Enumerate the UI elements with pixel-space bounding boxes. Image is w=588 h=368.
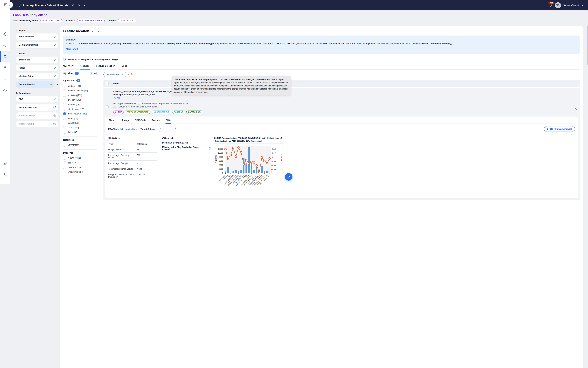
stat-label: Type <box>108 143 137 145</box>
workspace-title: Loan Applications Dataset UI tutorial <box>23 4 69 7</box>
checkbox-stability[interactable] <box>63 122 66 124</box>
sidebar-item-feature-ideation[interactable]: Feature Ideation <box>16 81 55 88</box>
sidebar-item-table-selection[interactable]: Table Selection <box>16 34 58 40</box>
prev-step-chevron-icon[interactable] <box>91 29 95 33</box>
svg-text:4000: 4000 <box>219 164 223 166</box>
filter-option-float[interactable]: FLOAT [2114] <box>63 156 97 160</box>
checkbox-attribute_change[interactable] <box>63 89 66 92</box>
gear-icon[interactable] <box>78 4 80 7</box>
detail-tab-sdk-code[interactable]: SDK Code <box>134 119 146 124</box>
sidebar-item-eda[interactable]: EDA <box>16 96 58 102</box>
svg-text:8000: 8000 <box>219 156 223 158</box>
detail-tab-lineage[interactable]: Lineage <box>120 119 130 124</box>
filter-option-label: latest_event [177] <box>68 108 85 110</box>
sidebar-item-ideation-setup[interactable]: Ideation Setup <box>16 73 58 79</box>
checkbox-recency[interactable] <box>63 117 66 120</box>
sidebar-item-filters[interactable]: Filters <box>16 65 58 71</box>
stat-row-4: Top (most common value)None <box>108 166 157 172</box>
checkbox-new[interactable] <box>63 144 66 147</box>
checkbox-object[interactable] <box>63 166 66 169</box>
filter-option-frequency[interactable]: frequency [9] <box>63 102 97 107</box>
filter-option-most_frequent[interactable]: most_frequent [242] <box>63 111 97 116</box>
filter-option-bucketing[interactable]: bucketing [233] <box>63 93 97 98</box>
detail-tab-about[interactable]: About <box>108 119 116 124</box>
copy-name-icon[interactable] <box>113 97 116 100</box>
rail-item-governance-shield-icon[interactable] <box>0 158 10 169</box>
filter-option-int[interactable]: INT [440] <box>63 160 97 165</box>
sidebar-expand-button[interactable] <box>7 2 13 8</box>
meta-pill-1[interactable]: NEW LOAN APPLICATION <box>77 19 105 22</box>
rail-item-approval-check-icon[interactable] <box>0 73 10 84</box>
detail-tab-preview[interactable]: Preview <box>151 119 161 124</box>
eda-table-link[interactable]: 50K applications <box>120 128 137 130</box>
filter-option-label: VARCHAR [320] <box>68 171 83 173</box>
semantics-head-icon <box>3 43 7 47</box>
section-title: Feature Ideation <box>63 29 89 33</box>
rail-item-semantics-head-icon[interactable] <box>0 39 10 51</box>
checkbox-float[interactable] <box>63 157 66 160</box>
checkbox-most_frequent[interactable] <box>63 112 66 115</box>
sidebar-item-transforms[interactable]: Transforms <box>16 56 58 63</box>
checkbox-latest_event[interactable] <box>63 108 66 110</box>
checkbox-int[interactable] <box>63 161 66 164</box>
rail-item-experiment-flask-icon[interactable] <box>0 62 10 73</box>
feature-row[interactable]: CLIENT_PriorApplication_PRODUCT_COMBINAT… <box>103 88 294 184</box>
sidebar-item-model-training[interactable]: Model Training <box>16 121 58 127</box>
tab-features[interactable]: Features <box>80 64 90 69</box>
checkbox-bucketing[interactable] <box>63 94 66 97</box>
sidebar-item-column-semantics[interactable]: Column Semantics <box>16 42 58 48</box>
checkbox-timing[interactable] <box>63 131 66 134</box>
eda-chart-section: CLIENT_PriorApplication_PRODUCT_COMBINAT… <box>214 137 294 184</box>
tab-feature-selection[interactable]: Feature Selection <box>96 64 116 69</box>
active-step-chevron-icon[interactable] <box>56 83 58 86</box>
tab-overview[interactable]: Overview <box>63 64 74 69</box>
help-fab-button[interactable]: ? <box>285 173 293 181</box>
feature-row-checkbox[interactable] <box>106 105 109 108</box>
checkbox-stats[interactable] <box>63 126 66 129</box>
filter-option-diversity[interactable]: diversity [642] <box>63 98 97 102</box>
more-info-link[interactable]: More Info <box>66 47 79 51</box>
feature-scope-dropdown[interactable]: All Features <box>103 72 126 77</box>
filter-option-label: attribute_change [28] <box>68 90 88 92</box>
sidebar-item-modeling-setup[interactable]: Modeling Setup <box>16 112 58 119</box>
filter-option-timing[interactable]: timing [47] <box>63 130 97 134</box>
step-status-check-icon <box>53 98 56 101</box>
tab-logs[interactable]: Logs <box>121 64 127 69</box>
detail-tab-eda[interactable]: EDA <box>165 119 171 124</box>
select-all-checkbox[interactable] <box>106 82 109 85</box>
meta-pill-0[interactable]: NEW APPLICATION <box>40 19 62 22</box>
filter-option-new[interactable]: NEW [3113] <box>63 143 97 147</box>
sidebar-item-feature-selection[interactable]: Feature Selection <box>16 104 58 111</box>
info-icon[interactable] <box>208 147 211 150</box>
share-icon[interactable] <box>72 4 75 7</box>
collapse-filter-panel-icon[interactable] <box>94 72 97 75</box>
filter-option-latest_event[interactable]: latest_event [177] <box>63 107 97 111</box>
filter-option-stability[interactable]: stability [281] <box>63 121 97 125</box>
magic-wand-button[interactable] <box>128 72 134 77</box>
rail-item-discover-telescope-icon[interactable] <box>0 28 10 39</box>
filter-option-recency[interactable]: recency [9] <box>63 116 97 121</box>
stat-row-5: Freq (most common value's frequency)0.26… <box>108 172 157 180</box>
filter-option-object[interactable]: OBJECT [239] <box>63 165 97 170</box>
meta-pill-2[interactable]: LOAN DEFAULT <box>118 19 136 22</box>
target-category-select[interactable]: 1 <box>159 127 178 132</box>
checkbox-frequency[interactable] <box>63 103 66 106</box>
filter-option-attribute[interactable]: attribute [131] <box>63 84 97 88</box>
filter-option-stats[interactable]: stats [1314] <box>63 125 97 130</box>
rail-item-monitor-pulse-icon[interactable] <box>0 84 10 96</box>
statistics-title: Statistics <box>108 137 157 139</box>
rail-item-user-search-icon[interactable] <box>0 169 10 180</box>
checkbox-attribute[interactable] <box>63 85 66 87</box>
clear-filters-icon[interactable] <box>90 72 93 75</box>
step-label-modeling-setup: Modeling Setup <box>19 114 53 117</box>
workspace-dropdown-chevron-icon[interactable] <box>83 4 85 6</box>
filter-group-title-data-type: Data Type <box>63 152 97 154</box>
statistics-section: Statistics TypecategoricalUnique values1… <box>108 137 157 184</box>
filter-option-attribute_change[interactable]: attribute_change [28] <box>63 88 97 93</box>
checkbox-varchar[interactable] <box>63 171 66 173</box>
checkbox-diversity[interactable] <box>63 99 66 101</box>
rail-item-ideate-lightbulb-icon[interactable] <box>0 51 10 62</box>
feature-id-icon[interactable]: ID <box>117 97 120 100</box>
next-step-chevron-icon[interactable] <box>96 29 100 33</box>
filter-option-varchar[interactable]: VARCHAR [320] <box>63 170 97 174</box>
